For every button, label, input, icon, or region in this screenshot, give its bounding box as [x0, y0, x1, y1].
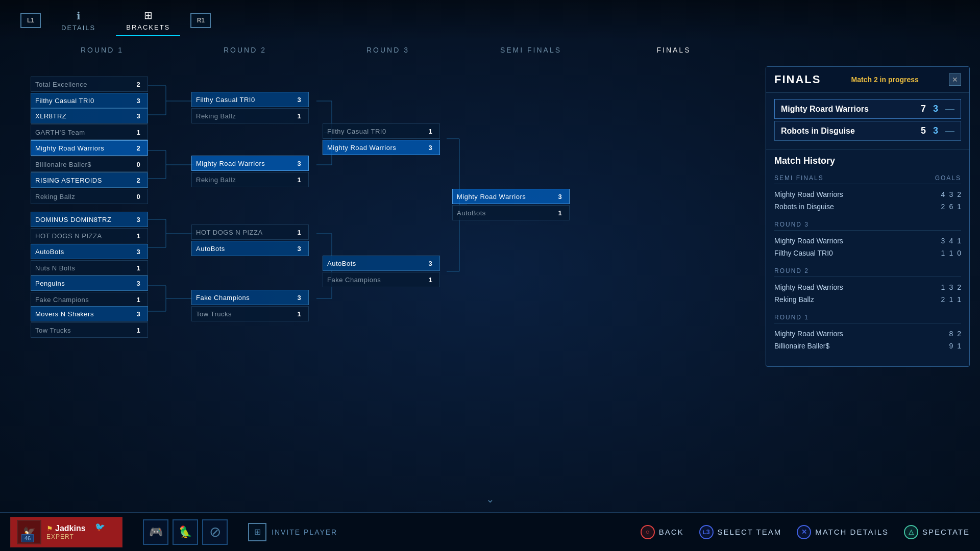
details-tab[interactable]: ℹ DETAILS — [51, 6, 106, 36]
r2-m4-team2[interactable]: Tow Trucks 1 — [191, 306, 309, 321]
r1-match1[interactable]: Total Excellence 2 Filthy Casual TRI0 3 — [31, 77, 148, 108]
round2-label: ROUND 2 — [174, 46, 316, 54]
r2-m3-team1[interactable]: HOT DOGS N PIZZA 1 — [191, 224, 309, 240]
r1-m7-team2[interactable]: Fake Champions 1 — [31, 292, 148, 307]
r2-m1-team2[interactable]: Reking Ballz 1 — [191, 108, 309, 123]
finals-team1-row[interactable]: Mighty Roard Warriors 7 3 — — [774, 99, 961, 119]
icon-btn-3[interactable]: ⊘ — [202, 519, 228, 545]
r2-match1[interactable]: Filthy Casual TRI0 3 Reking Ballz 1 — [191, 92, 309, 123]
history-sf-team1-scores: 4 3 2 — [941, 190, 961, 198]
r2-match4[interactable]: Fake Champions 3 Tow Trucks 1 — [191, 290, 309, 321]
player-bird-icon: 🐦 — [95, 522, 115, 542]
finals-match-status: Match 2 in progress — [851, 76, 919, 84]
finals-team1-scores: 7 3 — — [921, 104, 954, 114]
r1-m6-team1[interactable]: AutoBots 3 — [31, 244, 148, 259]
r1-m7-team1[interactable]: Penguins 3 — [31, 276, 148, 291]
history-r3-team1-scores: 3 4 1 — [941, 237, 961, 245]
history-sf-team2-scores: 2 6 1 — [941, 203, 961, 211]
history-round3-header: ROUND 3 — [774, 221, 961, 231]
r3-m1-team1[interactable]: Filthy Casual TRI0 1 — [323, 123, 440, 139]
history-semifinals: SEMI FINALS GOALS Mighty Road Warriors 4… — [774, 174, 961, 213]
r1-match3[interactable]: Mighty Road Warriors 2 Billionaire Balle… — [31, 140, 148, 172]
r2-m3-team2[interactable]: AutoBots 3 — [191, 241, 309, 256]
player-section: 🦅 ⚑ Jadkins EXPERT 🐦 46 — [10, 517, 122, 547]
r3-match2[interactable]: AutoBots 3 Fake Champions 1 — [323, 256, 440, 287]
r1-m8-team1[interactable]: Movers N Shakers 3 — [31, 306, 148, 321]
invite-section[interactable]: ⊞ INVITE PLAYER — [248, 523, 337, 541]
r3-m2-team1[interactable]: AutoBots 3 — [323, 256, 440, 271]
brackets-tab[interactable]: ⊞ BRACKETS — [116, 5, 180, 36]
back-btn-icon: ○ — [641, 525, 655, 539]
history-round1-header: ROUND 1 — [774, 314, 961, 323]
close-finals-button[interactable]: ✕ — [949, 73, 961, 86]
icon-btn-2[interactable]: 🦜 — [173, 519, 198, 545]
brackets-icon: ⊞ — [144, 9, 153, 21]
history-r3-team2: Filthy Casual TRI0 1 1 0 — [774, 247, 961, 259]
history-r1-team2: Billionaire Baller$ 9 1 — [774, 340, 961, 352]
finals-team2-scores: 5 3 — — [921, 126, 954, 136]
select-team-action[interactable]: ʟ3 SELECT TEAM — [699, 525, 782, 539]
r1-m6-team2[interactable]: Nuts N Bolts 1 — [31, 260, 148, 276]
r1-label: R1 — [197, 17, 205, 24]
history-round3: ROUND 3 Mighty Road Warriors 3 4 1 Filth… — [774, 221, 961, 259]
r1-button[interactable]: R1 — [190, 13, 211, 28]
r1-m3-team2[interactable]: Billionaire Baller$ 0 — [31, 157, 148, 172]
r3-m1-team2[interactable]: Mighty Road Warriors 3 — [323, 140, 440, 155]
sf-match1[interactable]: Mighty Road Warriors 3 AutoBots 1 — [452, 189, 570, 220]
history-r3-team2-scores: 1 1 0 — [941, 249, 961, 257]
icon-btn-1[interactable]: 🎮 — [143, 519, 168, 545]
rank-icon: ⚑ — [46, 524, 53, 533]
r1-m3-team1[interactable]: Mighty Road Warriors 2 — [31, 140, 148, 156]
sf-m1-team1[interactable]: Mighty Road Warriors 3 — [452, 189, 570, 204]
spectate-action[interactable]: △ SPECTATE — [904, 525, 970, 539]
spectate-btn-icon: △ — [904, 525, 918, 539]
player-info: ⚑ Jadkins EXPERT — [46, 524, 86, 540]
level-badge: 46 — [21, 534, 34, 542]
history-r2-team1: Mighty Road Warriors 1 3 2 — [774, 281, 961, 293]
r3-m2-team2[interactable]: Fake Champions 1 — [323, 272, 440, 287]
r1-m5-team2[interactable]: HOT DOGS N PIZZA 1 — [31, 228, 148, 243]
sf-m1-team2[interactable]: AutoBots 1 — [452, 205, 570, 220]
back-action[interactable]: ○ BACK — [641, 525, 684, 539]
r1-match5[interactable]: DOMINUS DOMIN8TRZ 3 HOT DOGS N PIZZA 1 — [31, 212, 148, 243]
r1-m4-team1[interactable]: RISING ASTEROIDS 2 — [31, 172, 148, 188]
player-card: 🦅 ⚑ Jadkins EXPERT 🐦 — [10, 517, 122, 547]
history-round1: ROUND 1 Mighty Road Warriors 8 2 Billion… — [774, 314, 961, 352]
r1-match4[interactable]: RISING ASTEROIDS 2 Reking Ballz 0 — [31, 172, 148, 204]
r2-match2[interactable]: Mighty Road Warriors 3 Reking Ballz 1 — [191, 156, 309, 187]
top-navigation: L1 ℹ DETAILS ⊞ BRACKETS R1 — [0, 0, 980, 41]
r1-match7[interactable]: Penguins 3 Fake Champions 1 — [31, 276, 148, 307]
finals-team2-name: Robots in Disguise — [781, 127, 921, 136]
finals-current-match: Mighty Roard Warriors 7 3 — Robots in Di… — [766, 93, 969, 149]
r1-m8-team2[interactable]: Tow Trucks 1 — [31, 322, 148, 338]
finals-team1-goals: 7 — [921, 104, 926, 114]
r2-m2-team1[interactable]: Mighty Road Warriors 3 — [191, 156, 309, 171]
r1-match2[interactable]: XLR8TRZ 3 GARTH'S Team 1 — [31, 108, 148, 140]
r1-m2-team1[interactable]: XLR8TRZ 3 — [31, 108, 148, 123]
history-sf-team1: Mighty Road Warriors 4 3 2 — [774, 188, 961, 201]
details-icon: ℹ — [77, 10, 81, 22]
l1-button[interactable]: L1 — [20, 13, 41, 28]
bottom-bar: 🦅 ⚑ Jadkins EXPERT 🐦 46 🎮 🦜 ⊘ ⊞ INVITE P… — [0, 512, 980, 551]
details-tab-label: DETAILS — [61, 24, 95, 32]
r1-m5-team1[interactable]: DOMINUS DOMIN8TRZ 3 — [31, 212, 148, 227]
round3-label: ROUND 3 — [316, 46, 459, 54]
history-sf-team2: Robots in Disguise 2 6 1 — [774, 201, 961, 213]
r2-m4-team1[interactable]: Fake Champions 3 — [191, 290, 309, 305]
r1-match8[interactable]: Movers N Shakers 3 Tow Trucks 1 — [31, 306, 148, 338]
r1-m1-team1[interactable]: Total Excellence 2 — [31, 77, 148, 92]
r2-m2-team2[interactable]: Reking Ballz 1 — [191, 172, 309, 187]
invite-icon: ⊞ — [248, 523, 266, 541]
r2-match3[interactable]: HOT DOGS N PIZZA 1 AutoBots 3 — [191, 224, 309, 256]
r1-m2-team2[interactable]: GARTH'S Team 1 — [31, 124, 148, 140]
r3-match1[interactable]: Filthy Casual TRI0 1 Mighty Road Warrior… — [323, 123, 440, 155]
finals-team2-row[interactable]: Robots in Disguise 5 3 — — [774, 121, 961, 141]
r1-m4-team2[interactable]: Reking Ballz 0 — [31, 189, 148, 204]
r1-match6[interactable]: AutoBots 3 Nuts N Bolts 1 — [31, 244, 148, 276]
brackets-tab-label: BRACKETS — [126, 23, 170, 31]
r2-m1-team1[interactable]: Filthy Casual TRI0 3 — [191, 92, 309, 107]
match-details-action[interactable]: ✕ MATCH DETAILS — [797, 525, 889, 539]
match-details-btn-icon: ✕ — [797, 525, 811, 539]
finals-label: FINALS — [602, 46, 745, 54]
r1-m1-team2[interactable]: Filthy Casual TRI0 3 — [31, 93, 148, 108]
